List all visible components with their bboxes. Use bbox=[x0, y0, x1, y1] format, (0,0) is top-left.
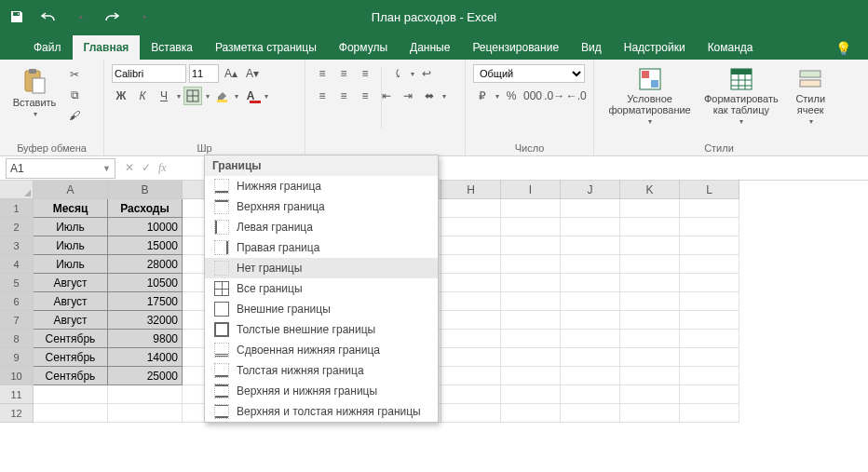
cell[interactable]: Сентябрь bbox=[34, 330, 108, 348]
tab-team[interactable]: Команда bbox=[697, 35, 765, 60]
cell[interactable] bbox=[501, 292, 561, 311]
column-header[interactable]: H bbox=[441, 181, 501, 199]
paste-button[interactable]: Вставить ▾ bbox=[7, 63, 61, 118]
bold-button[interactable]: Ж bbox=[112, 87, 130, 105]
cell[interactable]: 9800 bbox=[108, 330, 183, 348]
fill-color-button[interactable] bbox=[212, 87, 231, 105]
row-header[interactable]: 11 bbox=[0, 385, 34, 404]
borders-menu-item[interactable]: Все границы bbox=[205, 278, 438, 299]
cell[interactable] bbox=[561, 404, 620, 423]
cell[interactable] bbox=[441, 255, 501, 274]
cell[interactable] bbox=[561, 311, 620, 330]
borders-menu-item[interactable]: Толстая нижняя граница bbox=[205, 360, 438, 381]
tab-addins[interactable]: Надстройки bbox=[613, 35, 697, 60]
cell[interactable] bbox=[561, 348, 620, 367]
cell[interactable] bbox=[620, 255, 680, 274]
column-header[interactable]: L bbox=[680, 181, 739, 199]
align-top-icon[interactable]: ≡ bbox=[313, 64, 332, 83]
name-box[interactable]: A1 ▼ bbox=[6, 158, 115, 179]
borders-menu-item[interactable]: Нижняя граница bbox=[205, 176, 438, 196]
cell[interactable] bbox=[620, 199, 680, 218]
borders-menu-item[interactable]: Левая граница bbox=[205, 217, 438, 237]
number-format-select[interactable]: Общий bbox=[473, 64, 585, 83]
cut-icon[interactable]: ✂ bbox=[65, 65, 84, 84]
cell[interactable] bbox=[108, 385, 183, 404]
cell[interactable] bbox=[680, 274, 739, 292]
cell[interactable] bbox=[441, 218, 501, 236]
tab-data[interactable]: Данные bbox=[399, 35, 461, 60]
align-bottom-icon[interactable]: ≡ bbox=[356, 64, 374, 83]
fx-icon[interactable]: fx bbox=[158, 161, 167, 175]
cell[interactable]: Август bbox=[34, 292, 108, 311]
row-header[interactable]: 2 bbox=[0, 218, 34, 236]
cell[interactable] bbox=[441, 330, 501, 348]
cell[interactable] bbox=[561, 385, 620, 404]
borders-menu-item[interactable]: Толстые внешние границы bbox=[205, 319, 438, 340]
cell[interactable] bbox=[441, 274, 501, 292]
cell[interactable] bbox=[441, 292, 501, 311]
wrap-text-icon[interactable]: ↩ bbox=[417, 64, 436, 83]
column-header[interactable]: J bbox=[561, 181, 620, 199]
cell[interactable] bbox=[561, 274, 620, 292]
cell[interactable] bbox=[680, 385, 739, 404]
cell[interactable] bbox=[561, 236, 620, 255]
qat-customize-icon[interactable]: ▾ bbox=[134, 7, 153, 26]
percent-format-icon[interactable]: % bbox=[502, 87, 521, 105]
merge-center-icon[interactable]: ⬌ bbox=[420, 87, 439, 105]
cell[interactable] bbox=[680, 218, 739, 236]
cell[interactable] bbox=[680, 311, 739, 330]
cell[interactable]: Июль bbox=[34, 218, 108, 236]
increase-indent-icon[interactable]: ⇥ bbox=[399, 87, 417, 105]
cell[interactable] bbox=[620, 292, 680, 311]
tell-me-icon[interactable]: 💡 bbox=[835, 41, 851, 60]
borders-menu-item[interactable]: Внешние границы bbox=[205, 299, 438, 319]
cell[interactable]: 25000 bbox=[108, 367, 183, 385]
cell[interactable]: 14000 bbox=[108, 348, 183, 367]
cell[interactable]: 28000 bbox=[108, 255, 183, 274]
align-right-icon[interactable]: ≡ bbox=[356, 87, 374, 105]
cancel-formula-icon[interactable]: ✕ bbox=[125, 161, 134, 175]
borders-menu-item[interactable]: Нет границы bbox=[205, 258, 438, 278]
cell[interactable] bbox=[620, 311, 680, 330]
save-icon[interactable] bbox=[7, 7, 26, 26]
tab-home[interactable]: Главная bbox=[73, 35, 141, 60]
copy-icon[interactable]: ⧉ bbox=[65, 86, 84, 104]
column-header[interactable]: I bbox=[501, 181, 561, 199]
cell[interactable] bbox=[34, 404, 108, 423]
cell[interactable]: Июль bbox=[34, 255, 108, 274]
tab-review[interactable]: Рецензирование bbox=[461, 35, 570, 60]
cell[interactable]: 15000 bbox=[108, 236, 183, 255]
cell[interactable] bbox=[620, 274, 680, 292]
cell[interactable]: Июль bbox=[34, 236, 108, 255]
underline-button[interactable]: Ч bbox=[155, 87, 173, 105]
cell[interactable]: Сентябрь bbox=[34, 367, 108, 385]
cell[interactable] bbox=[441, 385, 501, 404]
accounting-format-icon[interactable]: ₽ bbox=[473, 87, 492, 105]
cell[interactable] bbox=[680, 255, 739, 274]
cell[interactable] bbox=[561, 218, 620, 236]
cell[interactable]: 10500 bbox=[108, 274, 183, 292]
cell[interactable] bbox=[501, 255, 561, 274]
row-header[interactable]: 10 bbox=[0, 367, 34, 385]
cell[interactable] bbox=[680, 348, 739, 367]
borders-menu-item[interactable]: Верхняя и толстая нижняя границы bbox=[205, 401, 438, 422]
row-header[interactable]: 9 bbox=[0, 348, 34, 367]
cell[interactable] bbox=[561, 292, 620, 311]
cell[interactable] bbox=[441, 236, 501, 255]
cell[interactable] bbox=[620, 330, 680, 348]
cell[interactable] bbox=[501, 330, 561, 348]
align-center-icon[interactable]: ≡ bbox=[334, 87, 353, 105]
cell[interactable] bbox=[501, 348, 561, 367]
cell[interactable]: 17500 bbox=[108, 292, 183, 311]
cell[interactable] bbox=[620, 404, 680, 423]
borders-menu-item[interactable]: Верхняя граница bbox=[205, 196, 438, 217]
cell[interactable] bbox=[620, 218, 680, 236]
cell[interactable] bbox=[501, 218, 561, 236]
decrease-indent-icon[interactable]: ⇤ bbox=[377, 87, 396, 105]
column-header[interactable]: K bbox=[620, 181, 680, 199]
cell[interactable] bbox=[501, 199, 561, 218]
cell[interactable] bbox=[501, 236, 561, 255]
italic-button[interactable]: К bbox=[133, 87, 152, 105]
row-header[interactable]: 1 bbox=[0, 199, 34, 218]
cell[interactable]: Сентябрь bbox=[34, 348, 108, 367]
